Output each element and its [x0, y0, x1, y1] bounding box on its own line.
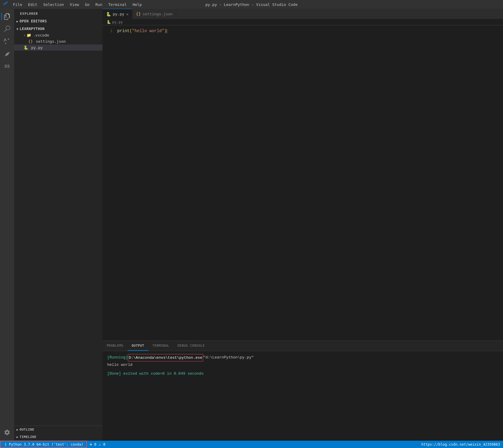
line-number-1: 1: [102, 28, 117, 34]
timeline-arrow: ▶: [16, 435, 19, 439]
activity-bar: [0, 9, 14, 441]
learnpython-header[interactable]: ▼ LEARNPYTHON: [14, 26, 102, 32]
outline-arrow: ▶: [16, 428, 19, 431]
vscode-folder[interactable]: ∨ 📁 .vscode: [14, 32, 102, 38]
tab-py[interactable]: 🐍 py.py ✕: [102, 9, 133, 19]
output-tab[interactable]: OUTPUT: [128, 341, 148, 351]
timeline-section[interactable]: ▶ TIMELINE: [14, 433, 102, 441]
py-file[interactable]: 🐍 py.py: [14, 44, 102, 51]
output-exe-path: D:\Anaconda\envs\test\python.exe: [128, 354, 203, 361]
status-link[interactable]: https://blog.csdn.net/weixin_42359863: [421, 442, 503, 447]
error-icon: ⊗: [90, 442, 92, 447]
svg-point-1: [5, 445, 6, 446]
menu-view[interactable]: View: [67, 2, 81, 7]
python-icon: 🐍: [24, 45, 28, 50]
open-editors-label: OPEN EDITORS: [20, 19, 47, 23]
timeline-label: TIMELINE: [20, 435, 37, 439]
learnpython-label: LEARNPYTHON: [20, 27, 45, 31]
panel-area: PROBLEMS OUTPUT TERMINAL DEBUG CONSOLE […: [102, 340, 503, 441]
extensions-activity-icon[interactable]: [1, 60, 13, 72]
breadcrumb-text: py.py: [112, 20, 123, 24]
json-tab-icon: {}: [136, 11, 141, 16]
terminal-tab[interactable]: TERMINAL: [148, 341, 173, 351]
breadcrumb-icon: 🐍: [107, 20, 111, 24]
open-editors-header[interactable]: ▶ OPEN EDITORS: [14, 18, 102, 24]
code-text-1: print("hello world"): [117, 28, 167, 34]
tab-bar: 🐍 py.py ✕ {} settings.json: [102, 9, 503, 19]
settings-tab-label: settings.json: [143, 12, 173, 16]
outline-label: OUTLINE: [20, 428, 34, 432]
search-activity-icon[interactable]: [1, 23, 13, 35]
warning-count: 0: [103, 442, 105, 447]
open-editors-arrow: ▶: [16, 20, 19, 23]
output-file-path: "d:\LearnPython\py.py": [203, 354, 254, 361]
tab-settings[interactable]: {} settings.json: [133, 9, 177, 19]
output-done: [Done] exited with code=0 in 0.049 secon…: [107, 370, 498, 377]
python-label: Python 3.7.0 64-bit ('test': conda): [9, 442, 83, 447]
status-errors[interactable]: ⊗ 0 ⚠ 0: [87, 441, 108, 448]
sidebar-title: EXPLORER: [14, 9, 102, 17]
titlebar: File Edit Selection View Go Run Terminal…: [0, 0, 503, 9]
json-icon: {}: [28, 39, 33, 44]
cursor: [167, 29, 167, 33]
py-tab-close[interactable]: ✕: [126, 12, 128, 16]
window-title: py.py - LearnPython - Visual Studio Code: [205, 2, 297, 7]
status-bar: Python 3.7.0 64-bit ('test': conda) ⊗ 0 …: [0, 441, 503, 448]
output-text: hello world: [107, 361, 133, 368]
menu-bar: File Edit Selection View Go Run Terminal…: [11, 2, 144, 7]
editor-area: 🐍 py.py ✕ {} settings.json 🐍 py.py 1 pri…: [102, 9, 503, 441]
output-done-text: [Done] exited with code=0 in 0.049 secon…: [107, 370, 204, 377]
main-layout: EXPLORER ▶ OPEN EDITORS ▼ LEARNPYTHON ∨ …: [0, 9, 503, 441]
source-control-activity-icon[interactable]: [1, 35, 13, 47]
svg-point-0: [5, 443, 6, 443]
warning-icon: ⚠: [99, 442, 101, 447]
output-line-running: [Running] D:\Anaconda\envs\test\python.e…: [107, 354, 498, 361]
sidebar: EXPLORER ▶ OPEN EDITORS ▼ LEARNPYTHON ∨ …: [14, 9, 102, 441]
py-tab-icon: 🐍: [106, 12, 111, 16]
vscode-folder-label: .vscode: [33, 33, 49, 37]
outline-section[interactable]: ▶ OUTLINE: [14, 426, 102, 433]
settings-json-label: settings.json: [36, 39, 66, 44]
debug-console-tab[interactable]: DEBUG CONSOLE: [173, 341, 209, 351]
menu-terminal[interactable]: Terminal: [106, 2, 129, 7]
code-line-1: 1 print("hello world"): [102, 28, 503, 34]
menu-edit[interactable]: Edit: [26, 2, 39, 7]
error-count: 0: [94, 442, 96, 447]
vscode-folder-arrow: ∨: [24, 34, 25, 37]
settings-activity-icon[interactable]: [1, 426, 13, 438]
folder-icon: 📁: [27, 33, 31, 37]
output-hello-world: hello world: [107, 361, 498, 368]
menu-help[interactable]: Help: [130, 2, 144, 7]
py-file-label: py.py: [31, 45, 43, 50]
python-status[interactable]: Python 3.7.0 64-bit ('test': conda): [0, 441, 87, 448]
menu-file[interactable]: File: [11, 2, 24, 7]
code-string: "hello world": [132, 29, 164, 33]
learnpython-arrow: ▼: [16, 27, 19, 31]
problems-tab[interactable]: PROBLEMS: [102, 341, 128, 351]
menu-selection[interactable]: Selection: [41, 2, 66, 7]
open-editors-section: ▶ OPEN EDITORS: [14, 17, 102, 25]
menu-run[interactable]: Run: [93, 2, 105, 7]
learnpython-section: ▼ LEARNPYTHON ∨ 📁 .vscode {} settings.js…: [14, 25, 102, 51]
status-left: Python 3.7.0 64-bit ('test': conda) ⊗ 0 …: [0, 441, 108, 448]
py-tab-label: py.py: [113, 12, 124, 16]
breadcrumb: 🐍 py.py: [102, 19, 503, 25]
run-debug-activity-icon[interactable]: [1, 48, 13, 59]
panel-content[interactable]: [Running] D:\Anaconda\envs\test\python.e…: [102, 351, 503, 441]
panel-tabs: PROBLEMS OUTPUT TERMINAL DEBUG CONSOLE: [102, 341, 503, 351]
python-status-icon: [4, 442, 8, 447]
vscode-logo: [3, 1, 8, 7]
editor-content[interactable]: 1 print("hello world"): [102, 25, 503, 340]
settings-json-file[interactable]: {} settings.json: [14, 38, 102, 44]
code-paren-close: ): [164, 29, 167, 33]
explorer-activity-icon[interactable]: [1, 11, 13, 22]
code-print: print: [117, 29, 130, 33]
output-running-prefix: [Running]: [107, 354, 128, 361]
menu-go[interactable]: Go: [82, 2, 92, 7]
sidebar-bottom: ▶ OUTLINE ▶ TIMELINE: [14, 426, 102, 441]
